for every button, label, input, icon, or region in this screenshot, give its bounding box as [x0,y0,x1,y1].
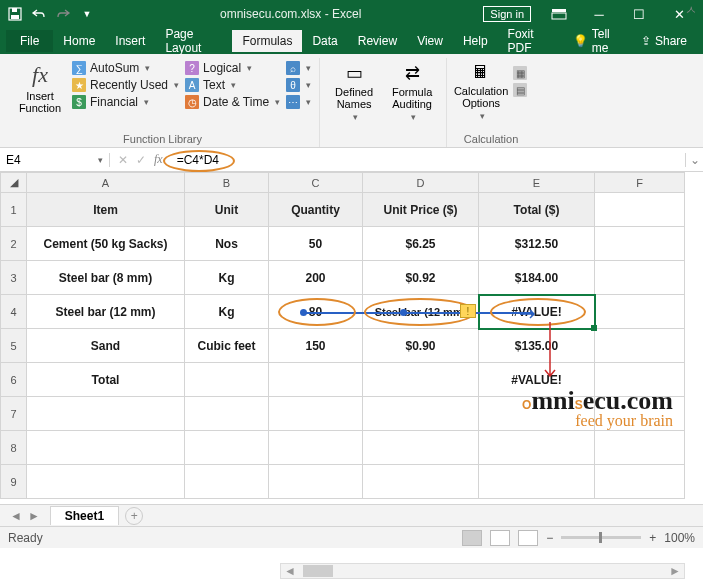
sheet-tab[interactable]: Sheet1 [50,506,119,525]
date-time-button[interactable]: ◷Date & Time▾ [185,95,280,109]
tab-view[interactable]: View [407,30,453,52]
formula-input[interactable]: =C4*D4 [171,153,685,167]
table-header[interactable]: Unit [185,193,269,227]
math-button[interactable]: θ▾ [286,78,311,92]
cell[interactable]: Nos [185,227,269,261]
tab-home[interactable]: Home [53,30,105,52]
cell[interactable]: Sand [27,329,185,363]
cell[interactable]: Kg [185,295,269,329]
financial-button[interactable]: $Financial▾ [72,95,179,109]
page-break-view-button[interactable] [518,530,538,546]
sign-in-button[interactable]: Sign in [483,6,531,22]
expand-formula-bar-icon[interactable]: ⌄ [685,153,703,167]
tab-insert[interactable]: Insert [105,30,155,52]
tab-formulas[interactable]: Formulas [232,30,302,52]
table-header[interactable]: Unit Price ($) [363,193,479,227]
cell[interactable]: Cement (50 kg Sacks) [27,227,185,261]
defined-names-button[interactable]: ▭Defined Names▾ [328,58,380,122]
collapse-ribbon-icon[interactable]: ㅅ [685,2,697,19]
row-header[interactable]: 4 [1,295,27,329]
auditing-icon: ⇄ [405,62,420,84]
cell-selected[interactable]: #VALUE! [479,295,595,329]
select-all-cell[interactable]: ◢ [1,173,27,193]
cell[interactable]: Total [27,363,185,397]
table-header[interactable]: Total ($) [479,193,595,227]
col-header[interactable]: F [595,173,685,193]
tab-foxit[interactable]: Foxit PDF [498,23,563,59]
cell[interactable]: Steel bar (8 mm) [27,261,185,295]
cell[interactable]: 200 [269,261,363,295]
col-header[interactable]: C [269,173,363,193]
cell[interactable]: Steel bar (12 mm) [27,295,185,329]
qat-dropdown-icon[interactable]: ▼ [76,3,98,25]
autosum-button[interactable]: ∑AutoSum▾ [72,61,179,75]
cell[interactable]: $6.25 [363,227,479,261]
cell[interactable]: $0.92 [363,261,479,295]
recently-used-button[interactable]: ★Recently Used▾ [72,78,179,92]
horizontal-scrollbar[interactable]: ◄► [280,563,685,579]
cell[interactable]: 80 [269,295,363,329]
col-header[interactable]: D [363,173,479,193]
next-sheet-icon[interactable]: ► [28,509,40,523]
calculate-now-button[interactable]: ▦ [513,66,527,80]
tell-me[interactable]: 💡Tell me [563,23,631,59]
cell[interactable] [185,363,269,397]
cell[interactable]: $312.50 [479,227,595,261]
row-header[interactable]: 8 [1,431,27,465]
cell[interactable]: Steel bar (12 mm) [363,295,479,329]
prev-sheet-icon[interactable]: ◄ [10,509,22,523]
more-functions-button[interactable]: ⋯▾ [286,95,311,109]
share-button[interactable]: ⇪Share [631,30,697,52]
zoom-out-button[interactable]: − [546,531,553,545]
cell[interactable]: $135.00 [479,329,595,363]
zoom-level[interactable]: 100% [664,531,695,545]
cell[interactable] [363,363,479,397]
cancel-formula-icon[interactable]: ✕ [118,153,128,167]
tab-file[interactable]: File [6,30,53,52]
share-icon: ⇪ [641,34,651,48]
col-header[interactable]: E [479,173,595,193]
redo-icon[interactable] [52,3,74,25]
cell[interactable]: 50 [269,227,363,261]
text-button[interactable]: AText▾ [185,78,280,92]
page-layout-view-button[interactable] [490,530,510,546]
insert-function-button[interactable]: fx Insert Function [14,58,66,114]
col-header[interactable]: B [185,173,269,193]
cell[interactable]: Cubic feet [185,329,269,363]
row-header[interactable]: 6 [1,363,27,397]
fx-icon[interactable]: fx [154,152,163,167]
normal-view-button[interactable] [462,530,482,546]
row-header[interactable]: 5 [1,329,27,363]
col-header[interactable]: A [27,173,185,193]
row-header[interactable]: 2 [1,227,27,261]
row-header[interactable]: 7 [1,397,27,431]
row-header[interactable]: 1 [1,193,27,227]
table-header[interactable]: Item [27,193,185,227]
formula-auditing-button[interactable]: ⇄Formula Auditing▾ [386,58,438,122]
cell[interactable]: $184.00 [479,261,595,295]
zoom-in-button[interactable]: + [649,531,656,545]
spreadsheet-grid[interactable]: ◢ A B C D E F 1 Item Unit Quantity Unit … [0,172,703,504]
tab-review[interactable]: Review [348,30,407,52]
cell[interactable] [269,363,363,397]
tab-data[interactable]: Data [302,30,347,52]
formula-bar: E4▾ ✕ ✓ fx =C4*D4 ⌄ [0,148,703,172]
cell[interactable]: Kg [185,261,269,295]
undo-icon[interactable] [28,3,50,25]
save-icon[interactable] [4,3,26,25]
name-box[interactable]: E4▾ [0,153,110,167]
table-header[interactable]: Quantity [269,193,363,227]
zoom-slider[interactable] [561,536,641,539]
lookup-button[interactable]: ⌕▾ [286,61,311,75]
cell[interactable]: 150 [269,329,363,363]
tab-page-layout[interactable]: Page Layout [155,23,232,59]
calculate-sheet-button[interactable]: ▤ [513,83,527,97]
add-sheet-button[interactable]: + [125,507,143,525]
row-header[interactable]: 3 [1,261,27,295]
calculation-options-button[interactable]: 🖩Calculation Options▾ [455,58,507,121]
logical-button[interactable]: ?Logical▾ [185,61,280,75]
tab-help[interactable]: Help [453,30,498,52]
row-header[interactable]: 9 [1,465,27,499]
cell[interactable]: $0.90 [363,329,479,363]
enter-formula-icon[interactable]: ✓ [136,153,146,167]
